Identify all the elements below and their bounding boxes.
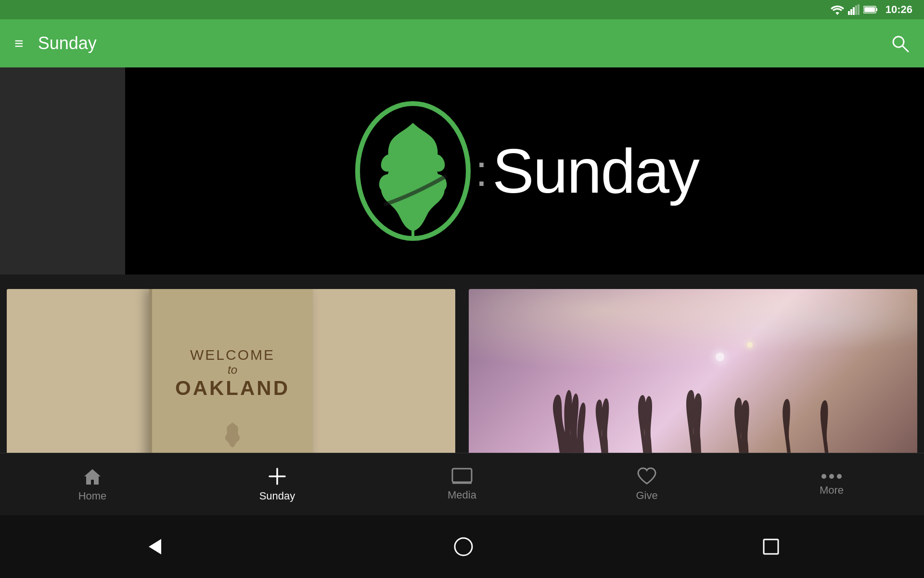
nav-label-give: Give (636, 489, 657, 502)
nav-label-more: More (820, 484, 844, 497)
signal-icon (848, 4, 860, 15)
nav-label-media: Media (448, 489, 476, 501)
svg-point-16 (821, 474, 826, 479)
welcome-to-text: to (175, 363, 290, 377)
sunday-icon (268, 467, 287, 486)
android-nav (0, 515, 924, 578)
watermark-leaf (218, 414, 247, 453)
media-icon (451, 468, 473, 485)
nav-item-home[interactable]: Home (0, 467, 185, 502)
svg-point-20 (455, 538, 472, 555)
app-bar: ≡ Sunday (0, 19, 924, 67)
light-dot-1 (716, 353, 724, 361)
status-icons: 10:26 (831, 3, 912, 16)
more-icon (820, 473, 843, 480)
status-time: 10:26 (886, 3, 912, 16)
hero-content: : Sunday (125, 67, 924, 275)
wifi-icon (831, 4, 844, 15)
svg-marker-19 (149, 539, 161, 554)
app-bar-title: Sunday (38, 33, 890, 53)
bottom-nav: Home Sunday Media Give More (0, 453, 924, 515)
svg-point-18 (837, 474, 842, 479)
svg-rect-3 (855, 5, 857, 15)
nav-item-give[interactable]: Give (554, 467, 739, 502)
nav-label-home: Home (78, 490, 107, 502)
hero-left-shadow (0, 67, 125, 275)
menu-icon[interactable]: ≡ (14, 36, 24, 51)
light-dot-2 (747, 342, 753, 348)
hero-banner: : Sunday (0, 67, 924, 275)
search-icon[interactable] (890, 34, 910, 53)
svg-line-9 (902, 46, 908, 52)
home-icon (83, 467, 102, 486)
svg-rect-21 (764, 539, 778, 554)
svg-rect-2 (853, 7, 855, 15)
hero-colon: : (475, 146, 488, 196)
battery-icon (863, 5, 878, 14)
status-bar: 10:26 (0, 0, 924, 19)
welcome-text: WELCOME (175, 347, 290, 363)
svg-rect-0 (848, 11, 850, 15)
oak-logo (350, 94, 475, 248)
android-back-button[interactable] (144, 536, 165, 557)
hero-logo-area: : Sunday (350, 94, 699, 248)
svg-rect-14 (452, 469, 472, 482)
nav-item-more[interactable]: More (739, 473, 924, 497)
nav-label-sunday: Sunday (259, 490, 295, 502)
svg-point-17 (829, 474, 834, 479)
svg-rect-6 (876, 8, 877, 11)
svg-rect-1 (850, 9, 852, 15)
give-icon (637, 467, 657, 486)
android-home-button[interactable] (453, 536, 474, 557)
hero-sunday-text: Sunday (492, 135, 699, 207)
nav-item-sunday[interactable]: Sunday (185, 467, 370, 502)
svg-rect-4 (858, 4, 860, 15)
svg-rect-7 (864, 7, 875, 12)
nav-item-media[interactable]: Media (370, 468, 554, 501)
oakland-text: OAKLAND (175, 377, 290, 400)
android-recent-button[interactable] (762, 538, 780, 556)
